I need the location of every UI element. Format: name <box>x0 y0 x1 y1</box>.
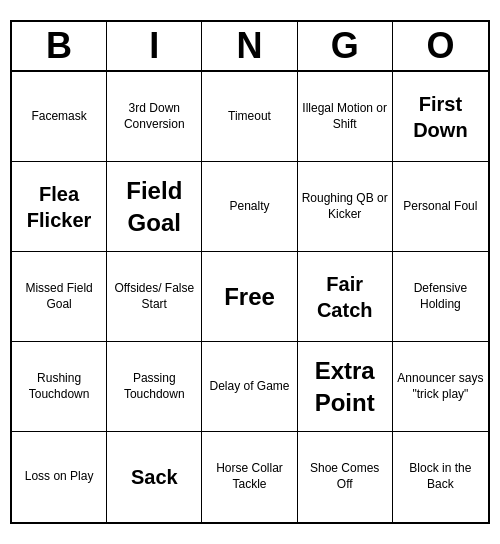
bingo-cell-1: 3rd Down Conversion <box>107 72 202 162</box>
bingo-cell-9: Personal Foul <box>393 162 488 252</box>
bingo-cell-7: Penalty <box>202 162 297 252</box>
bingo-cell-20: Loss on Play <box>12 432 107 522</box>
bingo-cell-4: First Down <box>393 72 488 162</box>
bingo-cell-5: Flea Flicker <box>12 162 107 252</box>
bingo-letter-g: G <box>298 22 393 70</box>
bingo-letter-o: O <box>393 22 488 70</box>
bingo-cell-17: Delay of Game <box>202 342 297 432</box>
bingo-cell-12: Free <box>202 252 297 342</box>
bingo-cell-21: Sack <box>107 432 202 522</box>
bingo-cell-22: Horse Collar Tackle <box>202 432 297 522</box>
bingo-cell-2: Timeout <box>202 72 297 162</box>
bingo-cell-8: Roughing QB or Kicker <box>298 162 393 252</box>
bingo-letter-n: N <box>202 22 297 70</box>
bingo-cell-11: Offsides/ False Start <box>107 252 202 342</box>
bingo-grid: Facemask3rd Down ConversionTimeoutIllega… <box>12 72 488 522</box>
bingo-card: BINGO Facemask3rd Down ConversionTimeout… <box>10 20 490 524</box>
bingo-cell-3: Illegal Motion or Shift <box>298 72 393 162</box>
bingo-letter-i: I <box>107 22 202 70</box>
bingo-letter-b: B <box>12 22 107 70</box>
bingo-cell-0: Facemask <box>12 72 107 162</box>
bingo-cell-6: Field Goal <box>107 162 202 252</box>
bingo-cell-13: Fair Catch <box>298 252 393 342</box>
bingo-cell-18: Extra Point <box>298 342 393 432</box>
bingo-header: BINGO <box>12 22 488 72</box>
bingo-cell-10: Missed Field Goal <box>12 252 107 342</box>
bingo-cell-23: Shoe Comes Off <box>298 432 393 522</box>
bingo-cell-14: Defensive Holding <box>393 252 488 342</box>
bingo-cell-19: Announcer says "trick play" <box>393 342 488 432</box>
bingo-cell-16: Passing Touchdown <box>107 342 202 432</box>
bingo-cell-15: Rushing Touchdown <box>12 342 107 432</box>
bingo-cell-24: Block in the Back <box>393 432 488 522</box>
